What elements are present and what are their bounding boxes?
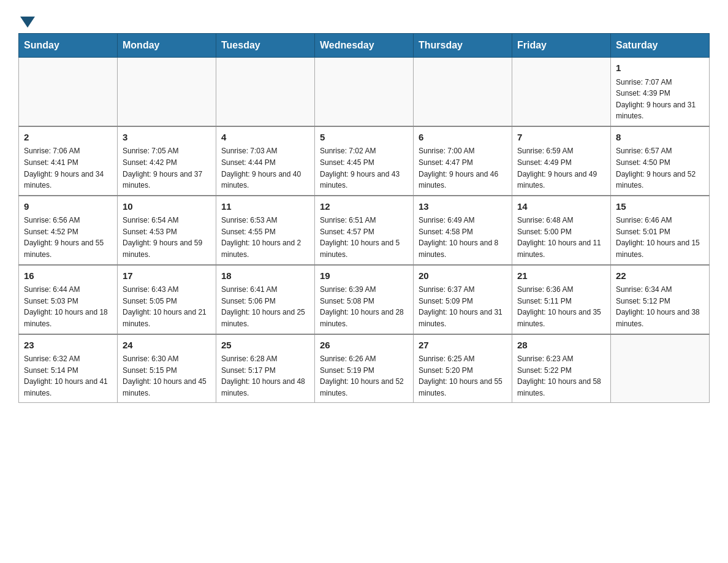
day-info: Sunrise: 7:07 AM Sunset: 4:39 PM Dayligh…: [616, 77, 704, 122]
day-number: 9: [24, 200, 112, 214]
calendar-cell: 27Sunrise: 6:25 AM Sunset: 5:20 PM Dayli…: [414, 334, 512, 403]
day-header-wednesday: Wednesday: [315, 34, 414, 58]
calendar-cell: [315, 58, 414, 126]
day-number: 25: [221, 339, 309, 353]
day-header-tuesday: Tuesday: [216, 34, 315, 58]
day-number: 26: [320, 339, 408, 353]
calendar-cell: [216, 58, 315, 126]
calendar-week-row: 1Sunrise: 7:07 AM Sunset: 4:39 PM Daylig…: [19, 58, 710, 126]
day-info: Sunrise: 6:51 AM Sunset: 4:57 PM Dayligh…: [320, 215, 408, 260]
calendar-cell: 11Sunrise: 6:53 AM Sunset: 4:55 PM Dayli…: [216, 196, 315, 265]
day-info: Sunrise: 6:56 AM Sunset: 4:52 PM Dayligh…: [24, 215, 112, 260]
calendar-table: SundayMondayTuesdayWednesdayThursdayFrid…: [18, 33, 710, 403]
calendar-cell: [414, 58, 512, 126]
day-info: Sunrise: 7:06 AM Sunset: 4:41 PM Dayligh…: [24, 145, 112, 191]
day-header-saturday: Saturday: [611, 34, 710, 58]
day-info: Sunrise: 6:54 AM Sunset: 4:53 PM Dayligh…: [123, 215, 211, 260]
calendar-week-row: 9Sunrise: 6:56 AM Sunset: 4:52 PM Daylig…: [19, 196, 710, 265]
page-header: [18, 12, 710, 27]
day-info: Sunrise: 6:23 AM Sunset: 5:22 PM Dayligh…: [517, 353, 605, 399]
calendar-cell: 4Sunrise: 7:03 AM Sunset: 4:44 PM Daylig…: [216, 126, 315, 196]
day-info: Sunrise: 6:26 AM Sunset: 5:19 PM Dayligh…: [320, 353, 408, 399]
day-number: 13: [419, 200, 507, 214]
calendar-cell: 23Sunrise: 6:32 AM Sunset: 5:14 PM Dayli…: [19, 334, 118, 403]
calendar-cell: [512, 58, 611, 126]
day-info: Sunrise: 6:43 AM Sunset: 5:05 PM Dayligh…: [123, 284, 211, 329]
calendar-cell: [118, 58, 216, 126]
day-number: 3: [123, 131, 211, 145]
calendar-cell: 20Sunrise: 6:37 AM Sunset: 5:09 PM Dayli…: [414, 265, 512, 334]
calendar-cell: 15Sunrise: 6:46 AM Sunset: 5:01 PM Dayli…: [611, 196, 710, 265]
day-number: 20: [419, 269, 507, 283]
day-number: 2: [24, 131, 112, 145]
calendar-cell: 22Sunrise: 6:34 AM Sunset: 5:12 PM Dayli…: [611, 265, 710, 334]
day-info: Sunrise: 6:46 AM Sunset: 5:01 PM Dayligh…: [616, 215, 704, 260]
day-number: 22: [616, 269, 704, 283]
day-info: Sunrise: 6:57 AM Sunset: 4:50 PM Dayligh…: [616, 145, 704, 191]
calendar-cell: 14Sunrise: 6:48 AM Sunset: 5:00 PM Dayli…: [512, 196, 611, 265]
day-info: Sunrise: 6:37 AM Sunset: 5:09 PM Dayligh…: [419, 284, 507, 329]
calendar-cell: 25Sunrise: 6:28 AM Sunset: 5:17 PM Dayli…: [216, 334, 315, 403]
calendar-cell: 7Sunrise: 6:59 AM Sunset: 4:49 PM Daylig…: [512, 126, 611, 196]
calendar-week-row: 2Sunrise: 7:06 AM Sunset: 4:41 PM Daylig…: [19, 126, 710, 196]
calendar-cell: 17Sunrise: 6:43 AM Sunset: 5:05 PM Dayli…: [118, 265, 216, 334]
calendar-body: 1Sunrise: 7:07 AM Sunset: 4:39 PM Daylig…: [19, 58, 710, 403]
day-info: Sunrise: 6:59 AM Sunset: 4:49 PM Dayligh…: [517, 145, 605, 191]
calendar-cell: 26Sunrise: 6:26 AM Sunset: 5:19 PM Dayli…: [315, 334, 414, 403]
calendar-header-row: SundayMondayTuesdayWednesdayThursdayFrid…: [19, 34, 710, 58]
day-number: 10: [123, 200, 211, 214]
calendar-cell: 24Sunrise: 6:30 AM Sunset: 5:15 PM Dayli…: [118, 334, 216, 403]
calendar-cell: [611, 334, 710, 403]
day-info: Sunrise: 6:53 AM Sunset: 4:55 PM Dayligh…: [221, 215, 309, 260]
calendar-cell: 10Sunrise: 6:54 AM Sunset: 4:53 PM Dayli…: [118, 196, 216, 265]
day-number: 19: [320, 269, 408, 283]
day-number: 6: [419, 131, 507, 145]
day-info: Sunrise: 6:34 AM Sunset: 5:12 PM Dayligh…: [616, 284, 704, 329]
day-info: Sunrise: 6:30 AM Sunset: 5:15 PM Dayligh…: [123, 353, 211, 399]
day-info: Sunrise: 7:02 AM Sunset: 4:45 PM Dayligh…: [320, 145, 408, 191]
day-info: Sunrise: 6:41 AM Sunset: 5:06 PM Dayligh…: [221, 284, 309, 329]
day-info: Sunrise: 6:49 AM Sunset: 4:58 PM Dayligh…: [419, 215, 507, 260]
day-number: 15: [616, 200, 704, 214]
day-number: 5: [320, 131, 408, 145]
day-number: 27: [419, 339, 507, 353]
day-number: 17: [123, 269, 211, 283]
logo: [18, 12, 37, 27]
day-number: 7: [517, 131, 605, 145]
calendar-cell: 18Sunrise: 6:41 AM Sunset: 5:06 PM Dayli…: [216, 265, 315, 334]
day-number: 1: [616, 61, 704, 75]
day-header-friday: Friday: [512, 34, 611, 58]
day-header-monday: Monday: [118, 34, 216, 58]
calendar-week-row: 16Sunrise: 6:44 AM Sunset: 5:03 PM Dayli…: [19, 265, 710, 334]
calendar-week-row: 23Sunrise: 6:32 AM Sunset: 5:14 PM Dayli…: [19, 334, 710, 403]
calendar-cell: 16Sunrise: 6:44 AM Sunset: 5:03 PM Dayli…: [19, 265, 118, 334]
calendar-cell: 12Sunrise: 6:51 AM Sunset: 4:57 PM Dayli…: [315, 196, 414, 265]
logo-triangle-icon: [20, 17, 35, 28]
calendar-cell: 13Sunrise: 6:49 AM Sunset: 4:58 PM Dayli…: [414, 196, 512, 265]
day-number: 21: [517, 269, 605, 283]
day-header-sunday: Sunday: [19, 34, 118, 58]
day-info: Sunrise: 6:25 AM Sunset: 5:20 PM Dayligh…: [419, 353, 507, 399]
day-number: 12: [320, 200, 408, 214]
day-number: 18: [221, 269, 309, 283]
day-number: 24: [123, 339, 211, 353]
day-number: 4: [221, 131, 309, 145]
calendar-cell: 2Sunrise: 7:06 AM Sunset: 4:41 PM Daylig…: [19, 126, 118, 196]
calendar-cell: 3Sunrise: 7:05 AM Sunset: 4:42 PM Daylig…: [118, 126, 216, 196]
day-info: Sunrise: 6:44 AM Sunset: 5:03 PM Dayligh…: [24, 284, 112, 329]
calendar-cell: 6Sunrise: 7:00 AM Sunset: 4:47 PM Daylig…: [414, 126, 512, 196]
day-info: Sunrise: 6:32 AM Sunset: 5:14 PM Dayligh…: [24, 353, 112, 399]
calendar-cell: [19, 58, 118, 126]
day-info: Sunrise: 7:05 AM Sunset: 4:42 PM Dayligh…: [123, 145, 211, 191]
day-number: 11: [221, 200, 309, 214]
day-number: 23: [24, 339, 112, 353]
calendar-cell: 8Sunrise: 6:57 AM Sunset: 4:50 PM Daylig…: [611, 126, 710, 196]
day-number: 16: [24, 269, 112, 283]
calendar-cell: 5Sunrise: 7:02 AM Sunset: 4:45 PM Daylig…: [315, 126, 414, 196]
calendar-cell: 1Sunrise: 7:07 AM Sunset: 4:39 PM Daylig…: [611, 58, 710, 126]
day-info: Sunrise: 7:03 AM Sunset: 4:44 PM Dayligh…: [221, 145, 309, 191]
calendar-cell: 9Sunrise: 6:56 AM Sunset: 4:52 PM Daylig…: [19, 196, 118, 265]
day-info: Sunrise: 6:28 AM Sunset: 5:17 PM Dayligh…: [221, 353, 309, 399]
day-info: Sunrise: 6:48 AM Sunset: 5:00 PM Dayligh…: [517, 215, 605, 260]
day-info: Sunrise: 7:00 AM Sunset: 4:47 PM Dayligh…: [419, 145, 507, 191]
